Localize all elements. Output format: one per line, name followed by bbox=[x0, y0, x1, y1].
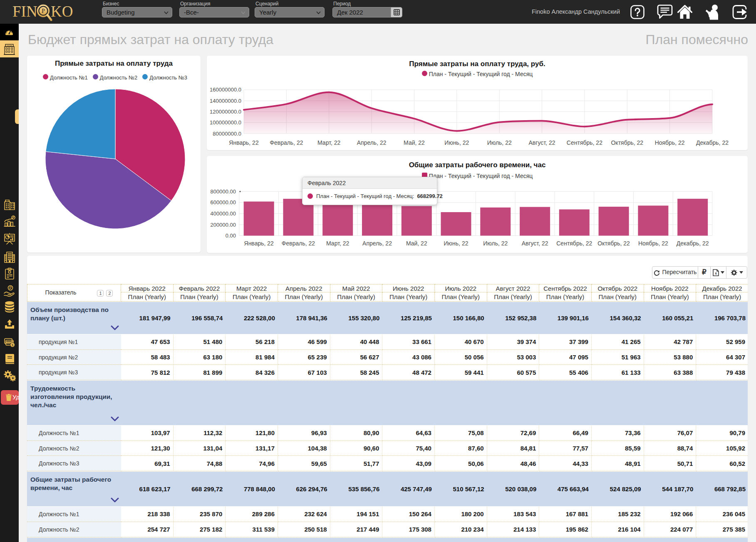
svg-text:Май, 22: Май, 22 bbox=[404, 139, 425, 146]
svg-text:Январь, 22: Январь, 22 bbox=[244, 240, 274, 247]
svg-text:120000000.0: 120000000.0 bbox=[210, 109, 241, 115]
svg-text:0.00: 0.00 bbox=[226, 233, 236, 239]
svg-text:Октябрь, 22: Октябрь, 22 bbox=[597, 240, 630, 247]
svg-text:800000.00: 800000.00 bbox=[211, 188, 236, 195]
svg-text:Октябрь, 22: Октябрь, 22 bbox=[611, 139, 643, 146]
svg-text:$: $ bbox=[12, 343, 14, 347]
svg-text:FIN: FIN bbox=[12, 3, 37, 20]
svg-text:₽: ₽ bbox=[12, 216, 14, 219]
svg-text:Декабрь, 22: Декабрь, 22 bbox=[696, 139, 729, 146]
svg-text:x: x bbox=[715, 271, 717, 275]
svg-text:Июнь, 22: Июнь, 22 bbox=[444, 240, 468, 247]
svg-text:Август, 22: Август, 22 bbox=[529, 139, 555, 146]
svg-text:₽: ₽ bbox=[9, 286, 12, 290]
svg-text:Декабрь, 22: Декабрь, 22 bbox=[677, 240, 709, 247]
svg-text:ГОСТЬ: ГОСТЬ bbox=[7, 45, 12, 47]
svg-text:Май, 22: Май, 22 bbox=[406, 240, 427, 247]
svg-text:200000.00: 200000.00 bbox=[211, 222, 236, 228]
svg-text:Июнь, 22: Июнь, 22 bbox=[444, 139, 469, 146]
svg-text:Ноябрь, 22: Ноябрь, 22 bbox=[655, 139, 685, 146]
svg-text:Июль, 22: Июль, 22 bbox=[487, 139, 512, 146]
svg-text:160000000.0: 160000000.0 bbox=[210, 87, 241, 93]
svg-text:140000000.0: 140000000.0 bbox=[210, 98, 241, 104]
svg-text:Март, 22: Март, 22 bbox=[326, 240, 349, 247]
svg-text:Март, 22: Март, 22 bbox=[317, 139, 341, 146]
svg-text:Сентябрь, 22: Сентябрь, 22 bbox=[567, 139, 602, 146]
svg-text:Апрель, 22: Апрель, 22 bbox=[362, 240, 392, 247]
svg-text:Июль, 22: Июль, 22 bbox=[483, 240, 508, 247]
svg-text:Август, 22: Август, 22 bbox=[522, 240, 548, 247]
svg-text:600000.00: 600000.00 bbox=[211, 199, 236, 205]
svg-text:Февраль, 22: Февраль, 22 bbox=[282, 240, 315, 247]
svg-text:400000.00: 400000.00 bbox=[211, 210, 236, 217]
svg-text:Апрель, 22: Апрель, 22 bbox=[357, 139, 387, 146]
svg-text:80000000.0: 80000000.0 bbox=[213, 131, 241, 137]
svg-text:Январь, 22: Январь, 22 bbox=[229, 139, 259, 146]
svg-text:100000000.0: 100000000.0 bbox=[210, 119, 241, 126]
svg-text:Сентябрь, 22: Сентябрь, 22 bbox=[556, 240, 592, 247]
svg-text:Февраль, 22: Февраль, 22 bbox=[270, 139, 303, 146]
svg-text:KO: KO bbox=[51, 3, 73, 20]
svg-text:Ноябрь, 22: Ноябрь, 22 bbox=[638, 240, 668, 247]
svg-text:Р: Р bbox=[42, 8, 45, 14]
